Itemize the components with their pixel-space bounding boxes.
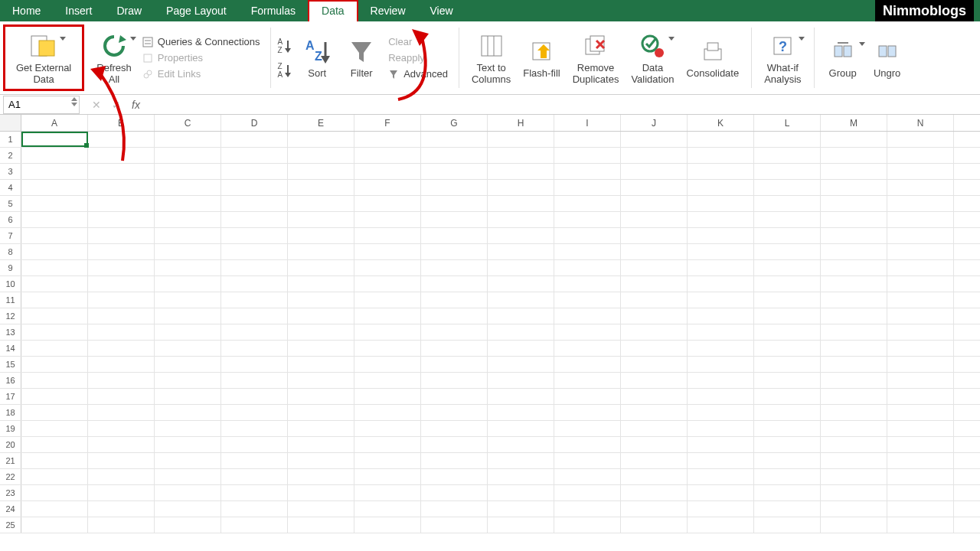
cell[interactable] (688, 180, 754, 195)
column-header-G[interactable]: G (421, 115, 488, 131)
column-header-N[interactable]: N (887, 115, 954, 131)
cell[interactable] (221, 132, 288, 147)
cell[interactable] (554, 132, 621, 147)
cell[interactable] (621, 228, 688, 243)
cell[interactable] (488, 341, 554, 356)
cell[interactable] (354, 148, 421, 163)
cell[interactable] (354, 180, 421, 195)
queries-connections-button[interactable]: Queries & Connections (142, 36, 260, 47)
cell[interactable] (21, 244, 88, 259)
cell[interactable] (887, 164, 954, 179)
cell[interactable] (88, 292, 155, 308)
cell[interactable] (288, 501, 354, 517)
cell[interactable] (288, 469, 354, 484)
cell[interactable] (554, 517, 621, 533)
cell[interactable] (488, 180, 554, 195)
remove-duplicates-button[interactable]: Remove Duplicates (567, 29, 626, 87)
cell[interactable] (488, 437, 554, 452)
cell[interactable] (554, 244, 621, 259)
row-header[interactable]: 15 (0, 357, 21, 372)
cell[interactable] (221, 212, 288, 227)
cell[interactable] (821, 148, 887, 163)
cell[interactable] (21, 421, 88, 436)
row-header[interactable]: 16 (0, 373, 21, 388)
cell[interactable] (288, 308, 354, 324)
cell[interactable] (88, 324, 155, 340)
row-header[interactable]: 1 (0, 132, 21, 147)
row-header[interactable]: 14 (0, 341, 21, 356)
consolidate-button[interactable]: Consolidate (681, 34, 746, 81)
cell[interactable] (421, 517, 488, 533)
cell[interactable] (621, 292, 688, 308)
cell[interactable] (554, 276, 621, 292)
cell[interactable] (288, 196, 354, 211)
cell[interactable] (88, 437, 155, 452)
advanced-button[interactable]: Advanced (388, 68, 448, 80)
cell[interactable] (421, 485, 488, 500)
cell[interactable] (754, 292, 821, 308)
cell[interactable] (554, 308, 621, 324)
cell[interactable] (354, 485, 421, 500)
cell[interactable] (155, 260, 221, 276)
cell[interactable] (221, 469, 288, 484)
cell[interactable] (488, 292, 554, 308)
cell[interactable] (155, 148, 221, 163)
cell[interactable] (421, 405, 488, 420)
cell[interactable] (288, 244, 354, 259)
cell[interactable] (887, 501, 954, 517)
cell[interactable] (554, 437, 621, 452)
cell[interactable] (621, 437, 688, 452)
cell[interactable] (754, 453, 821, 468)
cell[interactable] (821, 485, 887, 500)
cell[interactable] (288, 276, 354, 292)
cell[interactable] (688, 276, 754, 292)
tab-view[interactable]: View (418, 0, 466, 21)
cell[interactable] (688, 196, 754, 211)
cell[interactable] (21, 132, 88, 147)
cell[interactable] (821, 357, 887, 372)
cell[interactable] (754, 308, 821, 324)
row-header[interactable]: 22 (0, 469, 21, 484)
cell[interactable] (488, 244, 554, 259)
cell[interactable] (354, 228, 421, 243)
select-all-corner[interactable] (0, 115, 21, 131)
cell[interactable] (688, 132, 754, 147)
cell[interactable] (21, 437, 88, 452)
what-if-analysis-button[interactable]: ? What-if Analysis (758, 29, 807, 87)
cell[interactable] (288, 148, 354, 163)
cell[interactable] (688, 389, 754, 404)
flash-fill-button[interactable]: Flash-fill (517, 34, 566, 81)
cell[interactable] (421, 180, 488, 195)
cell[interactable] (754, 389, 821, 404)
cell[interactable] (554, 180, 621, 195)
cell[interactable] (21, 324, 88, 340)
cell[interactable] (488, 469, 554, 484)
cell[interactable] (821, 389, 887, 404)
cell[interactable] (621, 308, 688, 324)
cell[interactable] (754, 228, 821, 243)
cell[interactable] (488, 405, 554, 420)
cell[interactable] (155, 373, 221, 388)
row-header[interactable]: 2 (0, 148, 21, 163)
cell[interactable] (554, 469, 621, 484)
cell[interactable] (221, 501, 288, 517)
cell[interactable] (221, 244, 288, 259)
cell[interactable] (554, 260, 621, 276)
cell[interactable] (21, 212, 88, 227)
cell[interactable] (354, 517, 421, 533)
formula-input[interactable] (152, 95, 980, 114)
row-header[interactable]: 21 (0, 453, 21, 468)
cell[interactable] (754, 324, 821, 340)
cell[interactable] (688, 373, 754, 388)
cell[interactable] (155, 164, 221, 179)
cell[interactable] (88, 453, 155, 468)
tab-review[interactable]: Review (358, 0, 418, 21)
cell[interactable] (754, 469, 821, 484)
cell[interactable] (821, 180, 887, 195)
cell[interactable] (354, 389, 421, 404)
tab-draw[interactable]: Draw (104, 0, 154, 21)
cell[interactable] (688, 212, 754, 227)
tab-home[interactable]: Home (0, 0, 53, 21)
cell[interactable] (554, 292, 621, 308)
cell[interactable] (421, 244, 488, 259)
